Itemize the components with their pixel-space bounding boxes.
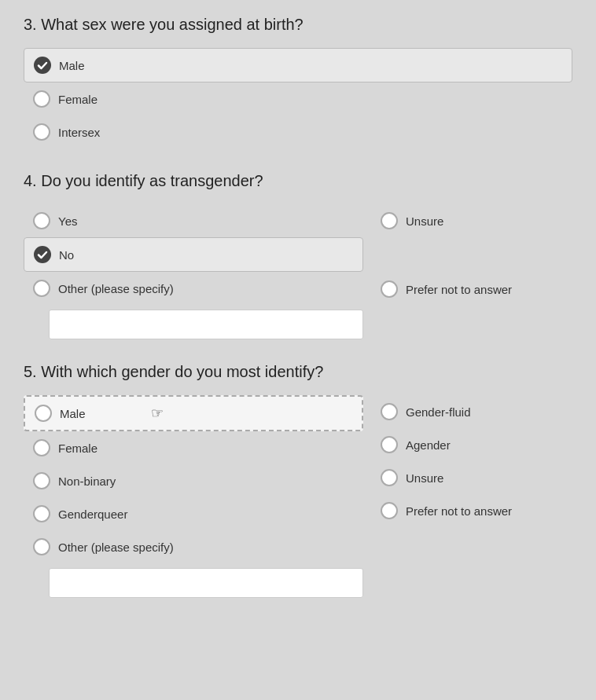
q4-yes-label: Yes	[58, 214, 77, 228]
q3-option-male[interactable]: Male	[24, 48, 572, 82]
q5-other-radio	[33, 538, 50, 555]
question-5-title: 5. With which gender do you most identif…	[24, 363, 572, 381]
q3-option-female[interactable]: Female	[24, 82, 572, 115]
question-3-section: 3. What sex were you assigned at birth? …	[24, 16, 572, 148]
q5-agender-label: Agender	[406, 438, 451, 452]
q4-option-unsure[interactable]: Unsure	[371, 204, 572, 237]
q5-female-radio	[33, 439, 50, 456]
q4-other-label: Other (please specify)	[58, 282, 174, 295]
q5-right-column: Gender-fluid Agender Unsure Prefer not t…	[363, 395, 572, 527]
q5-option-genderqueer[interactable]: Genderqueer	[24, 497, 363, 530]
q5-option-unsure[interactable]: Unsure	[371, 461, 572, 494]
q4-other-radio	[33, 280, 50, 297]
q3-intersex-label: Intersex	[58, 126, 100, 139]
q5-female-label: Female	[58, 442, 97, 455]
q4-option-prefer-not[interactable]: Prefer not to answer	[371, 273, 572, 306]
q5-option-prefer-not[interactable]: Prefer not to answer	[371, 494, 572, 527]
cursor-icon: ☞	[151, 405, 164, 422]
q4-unsure-radio	[381, 212, 398, 229]
q5-left-column: Male ☞ Female Non-binary Genderqueer Oth	[24, 395, 363, 598]
q5-male-label: Male	[60, 407, 86, 420]
q5-gender-fluid-label: Gender-fluid	[406, 405, 471, 419]
q4-no-label: No	[59, 248, 74, 262]
q5-option-other[interactable]: Other (please specify)	[24, 530, 363, 563]
question-5-section: 5. With which gender do you most identif…	[24, 363, 572, 598]
q5-unsure-label: Unsure	[406, 471, 443, 485]
q4-prefer-not-radio	[381, 280, 398, 298]
q4-specify-input[interactable]	[49, 310, 363, 339]
q5-male-radio	[35, 405, 52, 422]
q5-prefer-not-radio	[381, 502, 398, 519]
svg-point-1	[34, 246, 51, 263]
checkmark-icon	[34, 57, 51, 74]
q3-intersex-radio	[33, 123, 50, 141]
q5-option-male[interactable]: Male ☞	[24, 395, 363, 431]
q5-genderqueer-radio	[33, 505, 50, 522]
q5-agender-radio	[381, 436, 398, 453]
q3-male-label: Male	[59, 59, 85, 72]
q3-female-label: Female	[58, 93, 97, 106]
q5-specify-input[interactable]	[49, 568, 363, 598]
q4-right-column: Unsure Prefer not to answer	[363, 204, 572, 306]
q5-option-gender-fluid[interactable]: Gender-fluid	[371, 395, 572, 428]
q5-option-agender[interactable]: Agender	[371, 428, 572, 461]
q3-female-radio	[33, 90, 50, 108]
q4-option-no[interactable]: No	[24, 237, 363, 272]
question-5-options: Male ☞ Female Non-binary Genderqueer Oth	[24, 395, 572, 598]
q5-prefer-not-label: Prefer not to answer	[406, 504, 512, 518]
q5-gender-fluid-radio	[381, 403, 398, 420]
q4-option-other[interactable]: Other (please specify)	[24, 272, 363, 305]
q4-unsure-label: Unsure	[406, 214, 443, 228]
question-4-title: 4. Do you identify as transgender?	[24, 172, 572, 190]
q4-yes-radio	[33, 212, 50, 229]
q4-option-yes[interactable]: Yes	[24, 204, 363, 237]
q4-prefer-not-label: Prefer not to answer	[406, 283, 512, 296]
q4-left-column: Yes No Other (please specify)	[24, 204, 363, 339]
question-4-section: 4. Do you identify as transgender? Yes N…	[24, 172, 572, 339]
question-3-options: Male Female Intersex	[24, 48, 572, 148]
question-3-title: 3. What sex were you assigned at birth?	[24, 16, 572, 34]
q3-option-intersex[interactable]: Intersex	[24, 115, 572, 148]
q5-option-non-binary[interactable]: Non-binary	[24, 464, 363, 497]
question-4-options: Yes No Other (please specify) Unsure	[24, 204, 572, 339]
q4-checkmark-icon	[34, 246, 51, 263]
svg-point-0	[34, 57, 51, 74]
q5-other-label: Other (please specify)	[58, 541, 174, 554]
q5-option-female[interactable]: Female	[24, 431, 363, 464]
q5-genderqueer-label: Genderqueer	[58, 508, 127, 521]
q5-non-binary-label: Non-binary	[58, 475, 116, 488]
q5-non-binary-radio	[33, 472, 50, 489]
q5-unsure-radio	[381, 469, 398, 486]
